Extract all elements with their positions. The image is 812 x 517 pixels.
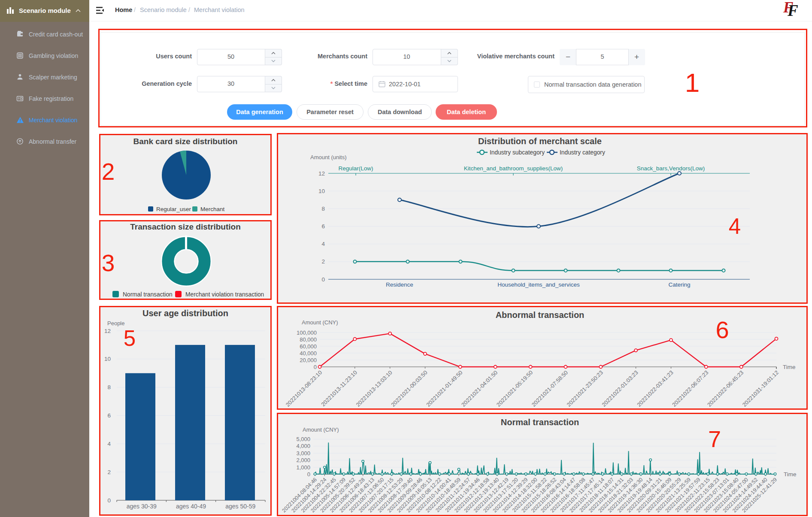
- svg-text:Household_items_and_services: Household_items_and_services: [497, 281, 580, 288]
- svg-text:Residence: Residence: [386, 281, 413, 288]
- svg-text:20221021-07:58:50: 20221021-07:58:50: [530, 369, 569, 408]
- svg-text:12: 12: [318, 170, 325, 177]
- svg-text:10: 10: [318, 188, 325, 194]
- svg-text:20221022-01:03:23: 20221022-01:03:23: [600, 369, 639, 408]
- svg-text:80,000: 80,000: [300, 336, 317, 343]
- svg-text:5,000: 5,000: [296, 436, 310, 442]
- svg-text:2: 2: [107, 469, 111, 475]
- svg-text:10: 10: [104, 356, 111, 362]
- svg-text:Amount (units): Amount (units): [310, 154, 347, 160]
- svg-text:Time: Time: [783, 364, 796, 370]
- svg-text:20221022-03:41:23: 20221022-03:41:23: [636, 369, 674, 408]
- svg-text:20221021-01:49:50: 20221021-01:49:50: [425, 369, 464, 408]
- svg-text:6: 6: [321, 223, 325, 230]
- svg-text:20,000: 20,000: [300, 357, 317, 363]
- svg-text:12: 12: [104, 328, 111, 334]
- svg-text:2: 2: [321, 258, 325, 265]
- svg-text:Transaction size distribution: Transaction size distribution: [130, 222, 241, 231]
- svg-text:People: People: [107, 320, 124, 327]
- svg-text:Industry subcategory: Industry subcategory: [490, 149, 545, 156]
- svg-text:Merchant violation transaction: Merchant violation transaction: [185, 291, 264, 298]
- svg-text:40,000: 40,000: [300, 350, 317, 357]
- svg-text:20221022-06:45:23: 20221022-06:45:23: [706, 369, 745, 408]
- svg-text:ages 50-59: ages 50-59: [225, 503, 255, 510]
- svg-text:20221021-05:19:50: 20221021-05:19:50: [495, 369, 534, 408]
- svg-text:20221022-06:07:23: 20221022-06:07:23: [671, 369, 709, 408]
- svg-text:Catering: Catering: [668, 281, 690, 288]
- svg-text:8: 8: [107, 384, 111, 390]
- svg-text:Industry category: Industry category: [560, 149, 605, 156]
- svg-text:Amount (CNY): Amount (CNY): [303, 426, 339, 433]
- svg-text:0: 0: [107, 497, 111, 504]
- svg-text:20221021-00:03:50: 20221021-00:03:50: [390, 369, 428, 408]
- svg-text:4: 4: [321, 241, 325, 247]
- svg-text:0: 0: [321, 276, 325, 283]
- svg-text:100,000: 100,000: [297, 330, 317, 336]
- svg-text:3,000: 3,000: [296, 450, 310, 457]
- svg-text:Normal transaction: Normal transaction: [123, 291, 173, 298]
- svg-text:8: 8: [321, 206, 325, 212]
- svg-text:Distribution of merchant scale: Distribution of merchant scale: [478, 136, 602, 146]
- svg-text:Snack_bars,Vendors(Low): Snack_bars,Vendors(Low): [637, 165, 705, 172]
- svg-text:2,000: 2,000: [296, 457, 310, 463]
- svg-text:4,000: 4,000: [296, 443, 310, 449]
- svg-text:0: 0: [307, 471, 310, 478]
- svg-text:6: 6: [107, 412, 111, 419]
- svg-text:4: 4: [107, 441, 111, 447]
- svg-text:20221013-13:03:10: 20221013-13:03:10: [354, 369, 393, 408]
- svg-text:20221021-04:01:50: 20221021-04:01:50: [460, 369, 499, 408]
- svg-text:60,000: 60,000: [300, 343, 317, 350]
- svg-text:20221021-23:50:23: 20221021-23:50:23: [566, 369, 604, 408]
- svg-text:Regular_user: Regular_user: [156, 206, 191, 212]
- svg-text:ages 30-39: ages 30-39: [127, 503, 157, 510]
- svg-text:Abnormal transaction: Abnormal transaction: [496, 310, 585, 320]
- svg-text:Time: Time: [784, 471, 797, 478]
- svg-text:Kitchen_and_bathroom_supplies(: Kitchen_and_bathroom_supplies(Low): [464, 165, 563, 172]
- svg-text:ages 40-49: ages 40-49: [176, 503, 206, 510]
- svg-text:20221013-08:23:10: 20221013-08:23:10: [285, 369, 323, 408]
- svg-text:Merchant: Merchant: [200, 206, 225, 212]
- svg-text:Amount (CNY): Amount (CNY): [302, 319, 338, 326]
- svg-text:Regular(Low): Regular(Low): [338, 165, 373, 172]
- svg-text:User age distribution: User age distribution: [142, 308, 228, 318]
- svg-text:Bank card size distribution: Bank card size distribution: [133, 137, 238, 146]
- svg-text:1,000: 1,000: [296, 464, 310, 471]
- svg-text:Normal transaction: Normal transaction: [501, 417, 579, 427]
- svg-text:0: 0: [314, 364, 317, 370]
- svg-text:20221031-19:01:12: 20221031-19:01:12: [741, 369, 780, 408]
- svg-text:20221013-11:23:10: 20221013-11:23:10: [320, 369, 358, 408]
